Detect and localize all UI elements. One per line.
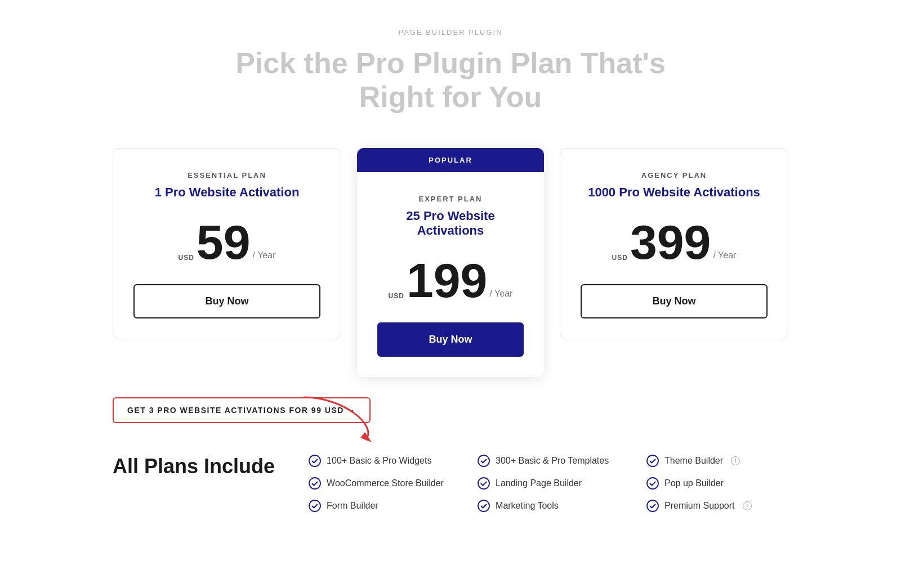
feature-item: Premium Support i xyxy=(646,500,788,512)
page-label: PAGE BUILDER PLUGIN xyxy=(398,28,502,37)
feature-text: Pop up Builder xyxy=(664,478,724,488)
feature-text: Theme Builder xyxy=(664,456,723,466)
svg-marker-0 xyxy=(360,432,372,442)
feature-item: 300+ Basic & Pro Templates xyxy=(478,455,619,467)
feature-text: Landing Page Builder xyxy=(496,478,582,488)
essential-price: 59 xyxy=(197,218,251,266)
expert-plan-card: POPULAR EXPERT PLAN 25 Pro Website Activ… xyxy=(357,148,544,377)
svg-point-6 xyxy=(647,478,658,489)
all-plans-section: All Plans Include 100+ Basic & Pro Widge… xyxy=(113,455,788,512)
expert-activations: 25 Pro Website Activations xyxy=(377,209,524,238)
check-icon xyxy=(646,500,659,512)
agency-activations: 1000 Pro Website Activations xyxy=(588,185,760,200)
feature-text: Premium Support xyxy=(664,501,735,511)
expert-currency: USD xyxy=(389,292,404,300)
check-icon xyxy=(646,455,659,467)
essential-buy-button[interactable]: Buy Now xyxy=(133,284,320,318)
svg-point-5 xyxy=(478,478,489,489)
expert-price: 199 xyxy=(407,256,488,304)
info-icon[interactable]: i xyxy=(743,501,752,510)
page-title: Pick the Pro Plugin Plan That's Right fo… xyxy=(197,47,704,114)
popular-badge: POPULAR xyxy=(357,148,544,172)
check-icon xyxy=(478,455,490,467)
essential-plan-label: ESSENTIAL PLAN xyxy=(188,171,266,179)
check-icon xyxy=(309,477,321,490)
check-icon xyxy=(478,477,490,490)
features-grid: 100+ Basic & Pro Widgets 300+ Basic & Pr… xyxy=(309,455,788,512)
essential-price-row: USD 59 / Year xyxy=(179,218,276,266)
svg-point-8 xyxy=(478,500,489,511)
feature-item: Form Builder xyxy=(309,500,450,512)
feature-text: 100+ Basic & Pro Widgets xyxy=(327,456,431,466)
feature-item: 100+ Basic & Pro Widgets xyxy=(309,455,450,467)
svg-point-7 xyxy=(309,500,320,511)
check-icon xyxy=(309,500,321,512)
essential-period: / Year xyxy=(253,250,276,261)
agency-price: 399 xyxy=(630,218,711,266)
feature-item: Theme Builder i xyxy=(646,455,788,467)
essential-currency: USD xyxy=(179,254,194,262)
expert-price-row: USD 199 / Year xyxy=(389,256,513,304)
all-plans-title: All Plans Include xyxy=(113,455,275,478)
check-icon xyxy=(646,477,659,490)
expert-card-inner: EXPERT PLAN 25 Pro Website Activations U… xyxy=(357,172,544,377)
svg-point-4 xyxy=(309,478,320,489)
feature-item: WooCommerce Store Builder xyxy=(309,477,450,490)
feature-text: 300+ Basic & Pro Templates xyxy=(496,456,609,466)
agency-period: / Year xyxy=(713,250,736,261)
agency-buy-button[interactable]: Buy Now xyxy=(581,284,768,318)
svg-point-2 xyxy=(478,455,489,466)
essential-plan-card: ESSENTIAL PLAN 1 Pro Website Activation … xyxy=(113,148,341,339)
agency-currency: USD xyxy=(612,254,628,262)
essential-activations: 1 Pro Website Activation xyxy=(155,185,300,200)
feature-item: Landing Page Builder xyxy=(478,477,619,490)
expert-buy-button[interactable]: Buy Now xyxy=(377,322,524,357)
svg-point-9 xyxy=(647,500,658,511)
pricing-cards: ESSENTIAL PLAN 1 Pro Website Activation … xyxy=(113,148,788,377)
agency-plan-label: AGENCY PLAN xyxy=(641,171,707,179)
feature-text: WooCommerce Store Builder xyxy=(327,478,444,488)
svg-point-3 xyxy=(647,455,658,466)
feature-text: Marketing Tools xyxy=(496,501,559,511)
check-icon xyxy=(478,500,490,512)
svg-point-1 xyxy=(309,455,320,466)
expert-plan-label: EXPERT PLAN xyxy=(418,195,482,203)
info-icon[interactable]: i xyxy=(731,456,740,465)
expert-period: / Year xyxy=(489,289,512,299)
agency-price-row: USD 399 / Year xyxy=(612,218,737,266)
feature-item: Pop up Builder xyxy=(646,477,788,490)
promo-arrow-icon xyxy=(298,392,411,445)
feature-text: Form Builder xyxy=(327,501,378,511)
feature-item: Marketing Tools xyxy=(478,500,619,512)
promo-row: GET 3 PRO WEBSITE ACTIVATIONS FOR 99 USD… xyxy=(113,397,788,423)
check-icon xyxy=(309,455,321,467)
agency-plan-card: AGENCY PLAN 1000 Pro Website Activations… xyxy=(560,148,788,339)
